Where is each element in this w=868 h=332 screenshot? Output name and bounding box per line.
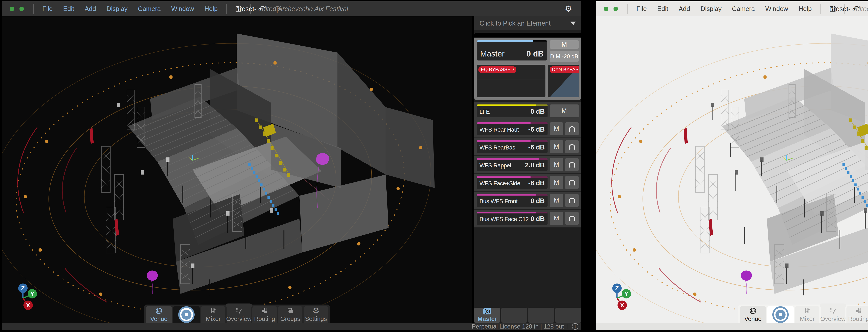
- tab-groups[interactable]: Groups: [278, 306, 302, 323]
- work-area: Z Y X Venue Mixer Overview Routing Group…: [2, 16, 581, 323]
- channel-mute-button[interactable]: M: [550, 105, 579, 117]
- tab-empty[interactable]: [501, 308, 527, 323]
- preset-title: Preset- edited|Archeveche Aix Festival: [235, 5, 348, 13]
- tab-mixer[interactable]: Mixer: [795, 306, 819, 323]
- divider: [820, 4, 821, 14]
- venue-3d-viewport[interactable]: Z Y X Venue Mixer Overview Routing Group…: [596, 16, 868, 323]
- channel-name: WFS Face+Side: [479, 180, 520, 187]
- element-picker-dropdown[interactable]: Click to Pick an Element: [474, 16, 581, 30]
- window-dot-icon[interactable]: [20, 7, 24, 11]
- menu-edit[interactable]: Edit: [652, 5, 674, 12]
- element-picker-label: Click to Pick an Element: [479, 20, 551, 27]
- channel-solo-button[interactable]: [565, 212, 579, 225]
- routing-icon: [261, 307, 268, 314]
- channel-level-bar: [477, 140, 548, 142]
- tab-empty[interactable]: [555, 308, 581, 323]
- channel-mute-button[interactable]: M: [550, 140, 563, 153]
- window-dot-icon[interactable]: [604, 7, 608, 11]
- channel-mute-button[interactable]: M: [550, 212, 563, 225]
- menu-file[interactable]: File: [631, 5, 652, 12]
- master-panel-header[interactable]: [474, 33, 581, 37]
- channel-level-value: 0 dB: [530, 197, 545, 205]
- tab-routing[interactable]: Routing: [846, 306, 868, 323]
- routing-icon: [855, 307, 863, 314]
- eq-thumbnail[interactable]: EQ BYPASSED: [477, 65, 546, 98]
- venue-3d-viewport[interactable]: Z Y X Venue Mixer Overview Routing Group…: [2, 16, 472, 323]
- channel-mute-button[interactable]: M: [550, 158, 563, 171]
- preset-title-prefix: Preset-: [829, 5, 850, 12]
- channel-list: LFE0 dBMWFS Rear Haut-6 dBM WFS RearBas-…: [474, 102, 581, 227]
- menu-display[interactable]: Display: [695, 5, 727, 12]
- gizmo-x-label: X: [620, 302, 624, 308]
- mixer-channel-row: Bus WFS Front0 dBM: [474, 192, 581, 210]
- menu-help[interactable]: Help: [199, 5, 223, 12]
- menu-add[interactable]: Add: [673, 5, 695, 12]
- channel-fader[interactable]: WFS Face+Side-6 dB: [477, 176, 548, 189]
- master-level-fill: [477, 40, 533, 43]
- channel-fader[interactable]: WFS Rear Haut-6 dB: [477, 122, 548, 135]
- master-mute-button[interactable]: M: [550, 40, 579, 49]
- channel-solo-button[interactable]: [565, 158, 579, 171]
- headphones-icon: [568, 215, 576, 222]
- menu-window[interactable]: Window: [760, 5, 793, 12]
- channel-fader[interactable]: LFE0 dB: [477, 105, 548, 117]
- gear-icon[interactable]: ⚙: [560, 5, 577, 13]
- tab-overview[interactable]: Overview: [821, 306, 845, 323]
- tab-master[interactable]: (o) Master: [474, 308, 500, 323]
- channel-level-bar: [477, 158, 548, 160]
- menu-file[interactable]: File: [37, 5, 58, 12]
- menu-display[interactable]: Display: [101, 5, 133, 12]
- channel-fader[interactable]: WFS Rappel2.8 dB: [477, 158, 548, 171]
- master-level-value: 0 dB: [526, 49, 544, 58]
- tab-label: Groups: [280, 315, 300, 322]
- tab-label: Mixer: [206, 315, 221, 322]
- channel-level-bar: [477, 212, 548, 214]
- menu-camera[interactable]: Camera: [133, 5, 166, 12]
- channel-solo-button[interactable]: [565, 176, 579, 189]
- channel-solo-button[interactable]: [565, 194, 579, 207]
- tab-settings[interactable]: ⚙Settings: [304, 306, 328, 323]
- eye-view-button[interactable]: [173, 306, 199, 323]
- channel-mute-button[interactable]: M: [550, 194, 563, 207]
- menu-edit[interactable]: Edit: [58, 5, 80, 12]
- tab-mixer[interactable]: Mixer: [201, 306, 225, 323]
- channel-solo-button[interactable]: [565, 122, 579, 135]
- tab-empty[interactable]: [528, 308, 554, 323]
- channel-name: Bus WFS Face C12: [479, 216, 529, 222]
- channel-mute-button[interactable]: M: [550, 176, 563, 189]
- axis-gizmo[interactable]: Z Y X: [13, 282, 41, 312]
- channel-mute-button[interactable]: M: [550, 122, 563, 135]
- channel-fader[interactable]: Bus WFS Front0 dB: [477, 194, 548, 207]
- channel-name: Bus WFS Front: [479, 198, 518, 204]
- window-dot-icon[interactable]: [614, 7, 618, 11]
- view-toolbar: Venue Mixer Overview Routing Groups⚙Sett…: [738, 305, 868, 323]
- menu-help[interactable]: Help: [793, 5, 817, 12]
- menu-camera[interactable]: Camera: [727, 5, 760, 12]
- tab-routing[interactable]: Routing: [252, 306, 277, 323]
- tab-overview[interactable]: Overview: [227, 306, 251, 323]
- master-fader[interactable]: Master 0 dB: [477, 40, 547, 60]
- tab-venue[interactable]: Venue: [740, 306, 766, 323]
- status-bar: Perpetual License 128 in | 128 out !: [2, 323, 581, 330]
- channel-fader[interactable]: WFS RearBas-6 dB: [477, 140, 548, 153]
- app-pane: FileEditAddDisplayCameraWindowHelp ↶ ↷ P…: [0, 0, 583, 332]
- menu-items: FileEditAddDisplayCameraWindowHelp: [631, 5, 817, 12]
- warning-icon[interactable]: !: [572, 323, 579, 330]
- license-text: Perpetual License 128 in | 128 out: [472, 323, 564, 330]
- dynamics-thumbnail[interactable]: DYN BYPASSED: [548, 65, 579, 98]
- tab-label: Routing: [848, 315, 868, 322]
- eye-view-button[interactable]: [767, 306, 794, 323]
- menu-window[interactable]: Window: [166, 5, 199, 12]
- app-window: FileEditAddDisplayCameraWindowHelp ↶ ↷ P…: [0, 0, 868, 332]
- venue-3d-scene: [2, 16, 472, 323]
- menu-add[interactable]: Add: [79, 5, 101, 12]
- headphones-icon: [568, 125, 576, 132]
- sidebar-spacer: [474, 227, 581, 308]
- channel-fader[interactable]: Bus WFS Face C120 dB: [477, 212, 548, 225]
- master-dim-button[interactable]: DIM -20 dB: [550, 51, 579, 62]
- tab-venue[interactable]: Venue: [146, 306, 172, 323]
- channel-solo-button[interactable]: [565, 140, 579, 153]
- preset-title-name: edited|Archeveche Aix Festival: [852, 5, 868, 12]
- axis-gizmo[interactable]: Z Y X: [607, 282, 635, 312]
- window-dot-icon[interactable]: [10, 7, 14, 11]
